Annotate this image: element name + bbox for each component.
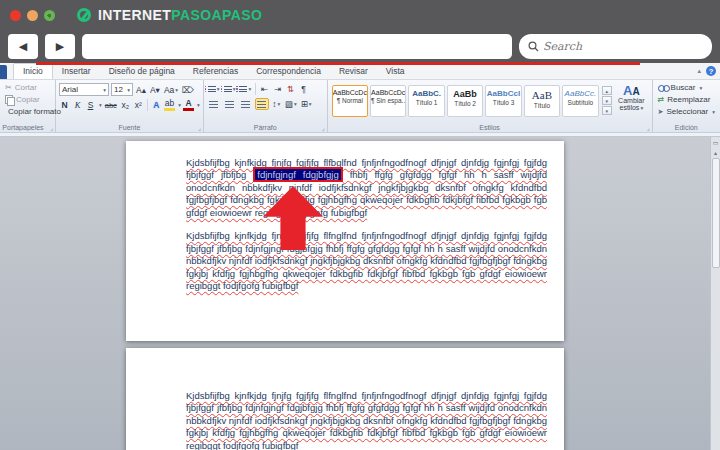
justify-button[interactable] [255, 98, 269, 110]
style-titulo-2[interactable]: AaBbTítulo 2 [447, 85, 483, 117]
style-sin-espaciado[interactable]: AaBbCcDc¶ Sin espa... [370, 85, 406, 117]
align-right-button[interactable] [239, 98, 253, 110]
replace-button[interactable]: ⇄Reemplazar [656, 94, 717, 105]
decrease-indent-button[interactable]: ⇤ [259, 83, 270, 95]
window-minimize-button[interactable] [27, 10, 38, 21]
sort-button[interactable]: ⇅ [285, 83, 296, 95]
styles-scroll-up-button[interactable]: ▴ [602, 86, 613, 95]
italic-button[interactable]: K [72, 99, 83, 111]
document-page-1: Kjdsbfijfbg kjnfkjdg fjnjfg fgjfjfg flfb… [126, 141, 564, 341]
highlight-color-button[interactable]: ab [164, 99, 175, 111]
paragraph-2[interactable]: Kjdsbfijfbg kjnfkjdg fjnjfg fgjfjfg flfn… [126, 219, 564, 292]
search-input[interactable] [543, 40, 703, 53]
clear-formatting-button[interactable]: ⌦ [181, 84, 195, 96]
shading-button[interactable]: ▨▾ [284, 98, 298, 110]
group-font: Arial▾ 12▾ A▴ A▾ Aa▾ ⌦ N K S▾ abc x₂ x² … [56, 80, 204, 132]
tab-referencias[interactable]: Referencias [184, 64, 247, 79]
editing-group-label: Edición [653, 124, 720, 131]
selected-text-highlight[interactable]: fdjnfgjngf fdgjbfgjg [253, 167, 342, 182]
bullets-button[interactable]: ▾ [207, 83, 221, 95]
cursor-icon: ➤ [658, 108, 664, 116]
superscript-button[interactable]: x² [133, 99, 144, 111]
change-styles-button[interactable]: AA Cambiar estilos▾ [614, 82, 648, 121]
align-left-icon [209, 101, 218, 108]
style-subtitulo[interactable]: AaBbCc.Subtítulo [562, 85, 598, 117]
brand: INTERNETPASOAPASO [77, 7, 262, 23]
file-tab[interactable] [0, 65, 7, 79]
app-window: INTERNETPASOAPASO ◀ ▶ Inicio Insertar Di… [0, 0, 720, 450]
multilevel-list-icon [239, 86, 247, 92]
paragraph-text: Kjdsbfijfbg kjnfkjdg fjnjfg fgjfjfg flfn… [186, 390, 547, 450]
chevron-down-icon: ▾ [127, 87, 130, 93]
address-input[interactable] [82, 34, 512, 59]
font-family-select[interactable]: Arial▾ [59, 83, 109, 96]
vertical-scrollbar[interactable]: ▭ ▴ [710, 137, 720, 450]
binoculars-icon [658, 84, 668, 91]
chevron-down-icon: ▾ [175, 87, 178, 93]
style-titulo-1[interactable]: AaBbC.Título 1 [408, 85, 444, 117]
strikethrough-button[interactable]: abc [104, 99, 118, 111]
window-zoom-button[interactable] [44, 10, 55, 21]
window-close-button[interactable] [10, 10, 21, 21]
clipboard-dialog-launcher[interactable]: ⌟ [50, 125, 53, 131]
ribbon-tab-row: Inicio Insertar Diseño de página Referen… [0, 63, 720, 80]
search-field[interactable] [519, 34, 712, 59]
tab-diseno-de-pagina[interactable]: Diseño de página [100, 64, 184, 79]
font-color-button[interactable]: A [183, 99, 194, 111]
chevron-down-icon: ▾ [99, 102, 102, 108]
style-titulo-3[interactable]: AaBbCcITítulo 3 [485, 85, 521, 117]
group-paragraph: ▾ ▾ ▾ ⇤ ⇥ ⇅ ¶ ↕▾ ▨▾ ⊞▾ [204, 80, 328, 132]
format-painter-button[interactable]: Copiar formato [3, 106, 52, 117]
style-normal[interactable]: AaBbCcDc¶ Normal [332, 85, 368, 117]
styles-dialog-launcher[interactable]: ⌟ [647, 125, 650, 131]
font-group-label: Fuente [56, 124, 203, 131]
numbering-button[interactable]: ▾ [223, 83, 237, 95]
shrink-font-button[interactable]: A▾ [149, 84, 161, 96]
tab-insertar[interactable]: Insertar [53, 64, 100, 79]
copy-button[interactable]: Copiar [3, 94, 52, 105]
grow-font-button[interactable]: A▴ [135, 84, 147, 96]
font-dialog-launcher[interactable]: ⌟ [198, 125, 201, 131]
paragraph-dialog-launcher[interactable]: ⌟ [322, 125, 325, 131]
brand-title: INTERNETPASOAPASO [98, 7, 262, 23]
group-styles: AaBbCcDc¶ Normal AaBbCcDc¶ Sin espa... A… [328, 80, 653, 132]
browser-toolbar: ◀ ▶ [0, 30, 720, 63]
back-button[interactable]: ◀ [8, 34, 38, 59]
change-case-button[interactable]: Aa▾ [163, 84, 179, 96]
scrollbar-thumb[interactable] [712, 158, 720, 268]
align-center-button[interactable] [223, 98, 237, 110]
borders-button[interactable]: ⊞▾ [300, 98, 313, 110]
ruler-toggle-button[interactable]: ▭ [711, 138, 720, 147]
subscript-button[interactable]: x₂ [120, 99, 131, 111]
tab-correspondencia[interactable]: Correspondencia [247, 64, 330, 79]
find-button[interactable]: Buscar▾ [656, 82, 717, 93]
scissors-icon: ✂ [5, 83, 12, 92]
styles-scroll-down-button[interactable]: ▾ [602, 96, 613, 105]
select-button[interactable]: ➤Seleccionar▾ [656, 106, 717, 117]
bold-button[interactable]: N [59, 99, 70, 111]
scroll-up-button[interactable]: ▴ [711, 148, 720, 157]
copy-icon [5, 95, 13, 104]
paragraph-3[interactable]: Kjdsbfijfbg kjnfkjdg fjnjfg fgjfjfg flfn… [126, 348, 564, 450]
multilevel-list-button[interactable]: ▾ [238, 83, 252, 95]
tab-vista[interactable]: Vista [377, 64, 414, 79]
font-size-select[interactable]: 12▾ [111, 83, 133, 96]
line-spacing-button[interactable]: ↕▾ [271, 98, 282, 110]
forward-button[interactable]: ▶ [45, 34, 75, 59]
tab-revisar[interactable]: Revisar [330, 64, 377, 79]
tab-inicio[interactable]: Inicio [13, 63, 53, 79]
show-paragraph-marks-button[interactable]: ¶ [298, 83, 309, 95]
help-icon[interactable]: ? [706, 66, 716, 76]
group-editing: Buscar▾ ⇄Reemplazar ➤Seleccionar▾ Edició… [653, 80, 720, 132]
styles-gallery-expand-button[interactable]: ▾ [602, 106, 613, 115]
underline-button[interactable]: S [85, 99, 96, 111]
style-titulo[interactable]: AaBTítulo [524, 85, 560, 117]
minimize-ribbon-icon[interactable]: ▴ [697, 67, 701, 75]
increase-indent-button[interactable]: ⇥ [272, 83, 283, 95]
paragraph-1[interactable]: Kjdsbfijfbg kjnfkjdg fjnjfg fgjfjfg flfb… [126, 141, 564, 219]
align-left-button[interactable] [207, 98, 221, 110]
paragraph-group-label: Párrafo [204, 124, 327, 131]
bullet-list-icon [208, 86, 216, 92]
cut-button[interactable]: ✂Cortar [3, 82, 52, 93]
text-effects-button[interactable]: A [151, 99, 162, 111]
